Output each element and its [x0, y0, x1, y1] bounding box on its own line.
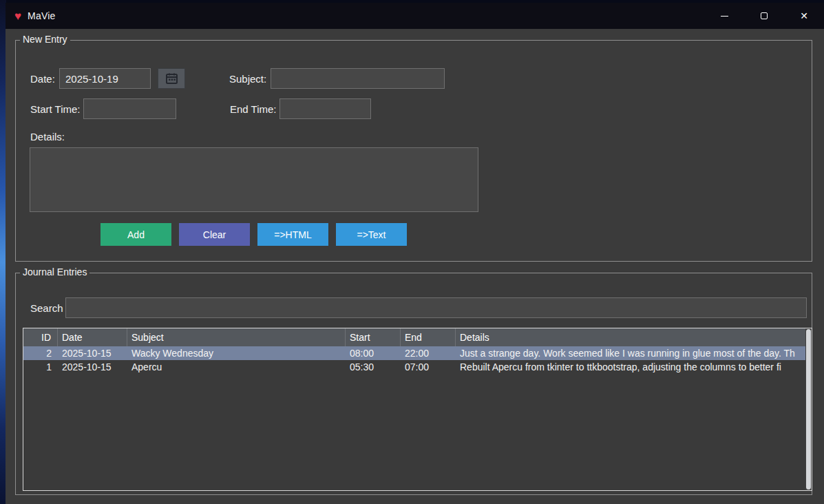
journal-table: ID Date Subject Start End Details 2 2025…: [23, 328, 812, 491]
window-body: New Entry Date: Subject: Start Time: End: [6, 29, 824, 504]
table-row[interactable]: 2 2025-10-15 Wacky Wednesday 08:00 22:00…: [23, 346, 805, 360]
start-time-label: Start Time:: [30, 103, 81, 115]
cell-date: 2025-10-15: [58, 346, 127, 360]
header-start[interactable]: Start: [346, 328, 401, 346]
minimize-button[interactable]: [704, 3, 744, 29]
heart-icon: ♥: [14, 10, 21, 22]
table-scrollbar-thumb[interactable]: [806, 329, 811, 490]
header-subject[interactable]: Subject: [127, 328, 346, 346]
search-input[interactable]: [65, 297, 807, 318]
maximize-button[interactable]: [744, 3, 784, 29]
end-time-input[interactable]: [279, 98, 371, 119]
caption-buttons: ✕: [704, 3, 824, 29]
cell-start: 05:30: [346, 360, 401, 374]
close-icon: ✕: [800, 11, 808, 21]
cell-end: 07:00: [401, 360, 456, 374]
search-label: Search: [30, 302, 63, 314]
table-header-row: ID Date Subject Start End Details: [23, 328, 805, 346]
date-label: Date:: [30, 73, 55, 85]
details-textarea[interactable]: [30, 147, 478, 212]
app-window: ♥ MaVie ✕ New Entry Date:: [6, 3, 824, 504]
export-text-button[interactable]: =>Text: [336, 223, 407, 246]
journal-table-main: ID Date Subject Start End Details 2 2025…: [23, 328, 805, 490]
end-time-label: End Time:: [230, 103, 277, 115]
export-html-button[interactable]: =>HTML: [257, 223, 328, 246]
cell-end: 22:00: [401, 346, 456, 360]
titlebar: ♥ MaVie ✕: [6, 3, 824, 29]
journal-entries-legend: Journal Entries: [20, 266, 89, 277]
header-details[interactable]: Details: [456, 328, 805, 346]
cell-details: Rebuilt Apercu from tkinter to ttkbootst…: [456, 360, 805, 374]
maximize-icon: [761, 12, 768, 19]
subject-input[interactable]: [271, 68, 445, 89]
cell-start: 08:00: [346, 346, 401, 360]
minimize-icon: [721, 16, 728, 17]
date-input[interactable]: [59, 68, 151, 89]
add-button[interactable]: Add: [101, 223, 171, 246]
journal-entries-group: Journal Entries Search ID Date Subject S…: [15, 273, 812, 495]
close-button[interactable]: ✕: [784, 3, 824, 29]
cell-subject: Wacky Wednesday: [127, 346, 346, 360]
header-date[interactable]: Date: [58, 328, 127, 346]
table-row[interactable]: 1 2025-10-15 Apercu 05:30 07:00 Rebuilt …: [23, 360, 805, 374]
cell-date: 2025-10-15: [58, 360, 127, 374]
cell-id: 2: [23, 346, 58, 360]
start-time-input[interactable]: [83, 98, 176, 119]
cell-id: 1: [23, 360, 58, 374]
subject-label: Subject:: [229, 73, 266, 85]
table-scrollbar[interactable]: [805, 328, 812, 490]
clear-button[interactable]: Clear: [179, 223, 250, 246]
cell-subject: Apercu: [127, 360, 346, 374]
window-title: MaVie: [28, 10, 55, 21]
details-label: Details:: [30, 131, 65, 143]
new-entry-legend: New Entry: [20, 34, 70, 45]
cell-details: Just a strange day. Work seemed like I w…: [456, 346, 805, 360]
new-entry-group: New Entry Date: Subject: Start Time: End: [15, 40, 812, 262]
header-id[interactable]: ID: [23, 328, 58, 346]
calendar-icon: [166, 73, 178, 84]
header-end[interactable]: End: [401, 328, 456, 346]
calendar-button[interactable]: [158, 68, 185, 89]
